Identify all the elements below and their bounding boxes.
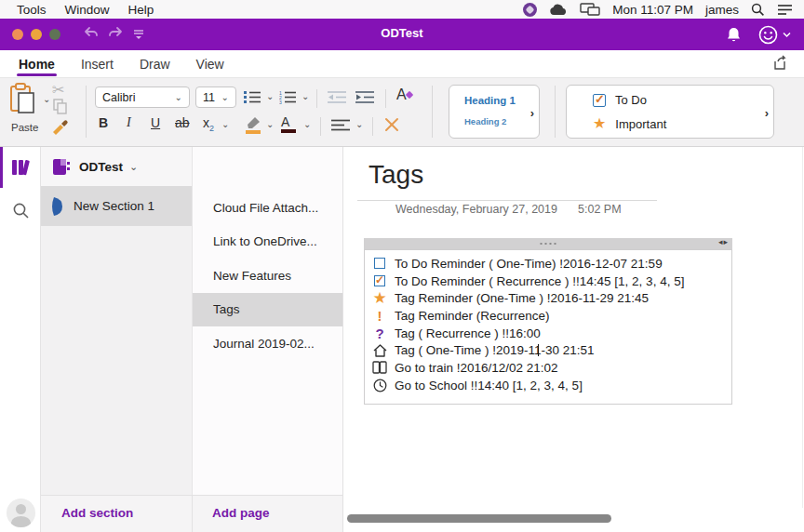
search-button[interactable] [0, 190, 41, 231]
tab-insert[interactable]: Insert [79, 50, 115, 78]
page-row[interactable]: Link to OneDrive... [193, 225, 342, 259]
tab-draw[interactable]: Draw [138, 50, 172, 78]
font-color-icon[interactable]: A [281, 114, 296, 133]
checkbox-checked-icon[interactable] [374, 275, 385, 286]
tag-important-item[interactable]: ★ Important [593, 116, 666, 131]
numbered-list-icon[interactable]: 123 [279, 90, 296, 104]
book-icon[interactable] [370, 361, 389, 374]
tags-expand-chevron-icon[interactable]: › [765, 106, 769, 120]
styles-expand-chevron-icon[interactable]: › [530, 106, 534, 120]
menu-tools[interactable]: Tools [17, 3, 47, 17]
paste-button[interactable]: ⌄ Paste [9, 83, 82, 114]
text-cursor [538, 344, 539, 356]
underline-button[interactable]: U [151, 115, 160, 130]
star-icon[interactable]: ★ [372, 290, 386, 306]
ribbon-toolbar: ⌄ Paste ✂ Calibri⌄ 11⌄ ⌄ 123 ⌄ [0, 78, 804, 147]
styles-gallery[interactable]: Heading 1 Heading 2 › [449, 85, 540, 139]
spotlight-search-icon[interactable] [751, 3, 765, 17]
note-line[interactable]: Tag ( One-Time ) !2019-11-30 21:51 [370, 341, 724, 359]
paragraph-align-icon[interactable] [331, 119, 350, 131]
notebook-chevron-icon[interactable]: ⌄ [129, 161, 138, 173]
account-menu[interactable] [758, 25, 791, 45]
onedrive-cloud-icon[interactable] [549, 4, 568, 16]
font-size-select[interactable]: 11⌄ [195, 86, 236, 108]
notifications-bell-icon[interactable] [726, 26, 742, 44]
italic-button[interactable]: I [127, 115, 131, 130]
tag-todo-item[interactable]: To Do [593, 93, 647, 107]
strikethrough-button[interactable]: ab [175, 115, 190, 130]
delete-x-icon[interactable] [383, 116, 400, 133]
page-row-selected[interactable]: Tags [193, 293, 342, 327]
bold-button[interactable]: B [99, 115, 108, 130]
notification-center-icon[interactable] [777, 4, 793, 16]
account-avatar[interactable] [7, 499, 35, 527]
increase-indent-icon[interactable] [355, 90, 374, 104]
paste-chevron-icon[interactable]: ⌄ [43, 94, 50, 104]
font-color-chevron-icon[interactable]: ⌄ [303, 119, 311, 129]
section-label: New Section 1 [74, 199, 154, 213]
page-title[interactable]: Tags [368, 160, 423, 190]
numbered-list-chevron-icon[interactable]: ⌄ [302, 91, 309, 101]
horizontal-scrollbar-thumb[interactable] [347, 514, 611, 523]
add-section-button[interactable]: Add section [61, 506, 133, 520]
note-body[interactable]: To Do Reminder ( One-Time) !2016-12-07 2… [364, 249, 732, 405]
share-icon[interactable] [772, 55, 789, 72]
window-titlebar: ODTest [0, 19, 804, 50]
note-line[interactable]: To Do Reminder ( Recurrence ) !!14:45 [1… [370, 273, 724, 290]
paste-label: Paste [11, 122, 38, 133]
page-date: Wednesday, February 27, 2019 [395, 203, 557, 216]
copy-icon[interactable] [53, 99, 67, 114]
page-canvas[interactable]: Tags Wednesday, February 27, 2019 5:02 P… [342, 147, 804, 532]
clock-icon[interactable] [370, 379, 389, 392]
exclamation-icon[interactable]: ! [378, 308, 382, 324]
menu-window[interactable]: Window [65, 3, 110, 17]
format-painter-icon[interactable] [51, 117, 70, 136]
note-container-handle[interactable]: ◂▸ [364, 238, 732, 249]
highlight-chevron-icon[interactable]: ⌄ [266, 119, 274, 129]
notebooks-button[interactable] [0, 147, 41, 188]
window-title: ODTest [0, 26, 804, 40]
menu-help[interactable]: Help [128, 3, 154, 17]
clear-formatting-icon[interactable]: A [396, 86, 414, 103]
page-row[interactable]: Journal 2019-02... [193, 326, 342, 361]
note-line[interactable]: ★ Tag Reminder (One-Time ) !2016-11-29 2… [370, 289, 724, 307]
tags-gallery[interactable]: To Do ★ Important › [566, 85, 774, 139]
note-line[interactable]: Go to train !2016/12/02 21:02 [370, 359, 724, 377]
section-row-new-section-1[interactable]: New Section 1 [41, 186, 192, 226]
app-status-icon[interactable] [523, 3, 537, 17]
page-row[interactable]: Cloud File Attach... [193, 191, 342, 225]
note-line[interactable]: Go to School !!14:40 [1, 2, 3, 4, 5] [370, 377, 724, 394]
tab-home[interactable]: Home [17, 50, 57, 78]
bulleted-list-chevron-icon[interactable]: ⌄ [266, 91, 274, 101]
note-line[interactable]: ! Tag Reminder (Recurrence) [370, 307, 724, 325]
menubar-user[interactable]: james [705, 3, 739, 17]
home-icon[interactable] [370, 344, 389, 357]
add-page-button[interactable]: Add page [212, 506, 270, 520]
note-line[interactable]: ? Tag ( Recurrence ) !!16:00 [370, 325, 724, 342]
decrease-indent-icon[interactable] [328, 90, 346, 104]
drag-dots-icon [541, 243, 556, 245]
style-heading2[interactable]: Heading 2 [464, 116, 506, 126]
subscript-button[interactable]: x2 [203, 115, 214, 133]
screen-mirroring-icon[interactable] [580, 3, 600, 16]
onenote-window: Tools Window Help Mon 11:07 PM james [0, 0, 804, 532]
bulleted-list-icon[interactable] [244, 90, 261, 104]
macos-menubar: Tools Window Help Mon 11:07 PM james [0, 0, 804, 19]
question-icon[interactable]: ? [375, 326, 383, 341]
notebook-icon [52, 158, 70, 176]
subscript-chevron-icon[interactable]: ⌄ [221, 119, 229, 129]
page-row[interactable]: New Features [193, 259, 342, 293]
style-heading1[interactable]: Heading 1 [464, 95, 516, 106]
navigation-rail [0, 147, 41, 532]
tab-view[interactable]: View [194, 50, 226, 78]
highlight-color-icon[interactable] [244, 116, 262, 134]
font-name-select[interactable]: Calibri⌄ [95, 86, 190, 108]
note-container[interactable]: ◂▸ To Do Reminder ( One-Time) !2016-12-0… [364, 238, 732, 405]
cut-scissors-icon[interactable]: ✂ [52, 81, 64, 99]
notebooks-library-icon [10, 157, 31, 178]
align-chevron-icon[interactable]: ⌄ [355, 119, 363, 129]
note-line[interactable]: To Do Reminder ( One-Time) !2016-12-07 2… [370, 255, 724, 273]
menubar-clock[interactable]: Mon 11:07 PM [612, 3, 693, 17]
resize-arrows-icon[interactable]: ◂▸ [718, 237, 729, 246]
checkbox-empty-icon[interactable] [374, 258, 385, 269]
